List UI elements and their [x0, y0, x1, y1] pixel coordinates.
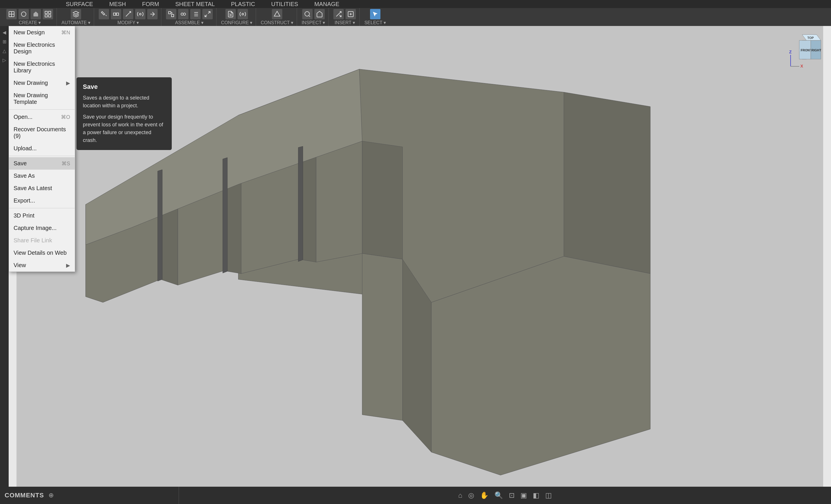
assemble-icon1[interactable]	[166, 9, 176, 19]
menu-item-recover-documents[interactable]: Recover Documents (9)	[9, 123, 75, 142]
select-icon1[interactable]	[370, 9, 380, 19]
save-tooltip: Save Saves a design to a selected locati…	[77, 77, 172, 150]
assemble-icon3[interactable]	[190, 9, 201, 19]
sidebar-icon3[interactable]: △	[1, 47, 8, 54]
select-icons	[370, 9, 380, 19]
construct-label-group[interactable]: CONSTRUCT ▾	[261, 20, 293, 25]
construct-icons	[272, 9, 282, 19]
assemble-icon2[interactable]	[178, 9, 189, 19]
create-icons	[6, 9, 53, 19]
extrude-icon[interactable]	[31, 9, 41, 19]
pattern-icon[interactable]	[43, 9, 53, 19]
svg-point-3	[21, 12, 26, 17]
menu-item-3d-print[interactable]: 3D Print	[9, 209, 75, 222]
svg-point-14	[139, 13, 141, 15]
configure-icon1[interactable]	[225, 9, 236, 19]
modify-icon2[interactable]	[111, 9, 121, 19]
svg-line-13	[126, 11, 131, 17]
select-label[interactable]: SELECT ▾	[364, 20, 385, 25]
tab-mesh[interactable]: MESH	[101, 0, 134, 8]
menu-item-upload[interactable]: Upload...	[9, 142, 75, 155]
menu-item-save[interactable]: Save ⌘S	[9, 157, 75, 170]
tab-plastic[interactable]: PLASTIC	[223, 0, 263, 8]
pan-icon[interactable]: ✋	[479, 490, 490, 501]
insert-group: INSERT ▾	[330, 8, 360, 26]
inspect-icon2[interactable]	[314, 9, 325, 19]
tab-surface[interactable]: SURFACE	[58, 0, 101, 8]
menu-item-open[interactable]: Open... ⌘O	[9, 111, 75, 123]
modify-icon5[interactable]	[147, 9, 157, 19]
menu-item-new-electronics-design[interactable]: New Electronics Design	[9, 39, 75, 58]
view-cube-svg[interactable]: Z X TOP FRONT RIGHT	[788, 32, 825, 69]
create-form-icon[interactable]	[19, 9, 29, 19]
configure-icon2[interactable]	[237, 9, 248, 19]
bottom-toolbar: ⌂ ◎ ✋ 🔍 ⊡ ▣ ◧ ◫	[179, 490, 831, 501]
menu-item-capture-image[interactable]: Capture Image...	[9, 222, 75, 234]
assemble-icon4[interactable]	[202, 9, 213, 19]
tab-manage[interactable]: MANAGE	[306, 0, 347, 8]
automate-icon1[interactable]	[71, 9, 81, 19]
menu-item-new-drawing-template[interactable]: New Drawing Template	[9, 89, 75, 108]
assemble-label[interactable]: ASSEMBLE ▾	[175, 20, 204, 25]
modify-icon3[interactable]	[123, 9, 133, 19]
svg-text:FRONT: FRONT	[801, 49, 812, 52]
home-view-icon[interactable]: ⌂	[457, 490, 463, 501]
svg-rect-8	[45, 15, 47, 17]
tooltip-line2: Save your design frequently to prevent l…	[83, 113, 165, 144]
svg-line-25	[208, 11, 210, 13]
visual-style-icon[interactable]: ◧	[532, 490, 541, 501]
insert-label[interactable]: INSERT ▾	[335, 20, 355, 25]
modify-group: MODIFY ▾	[95, 8, 161, 26]
tooltip-title: Save	[83, 83, 165, 91]
comments-add-icon[interactable]: ⊕	[49, 492, 54, 499]
inspect-icons	[302, 9, 325, 19]
sketch-icon[interactable]	[6, 9, 17, 19]
svg-marker-55	[362, 254, 403, 421]
svg-rect-12	[116, 13, 119, 15]
inspect-label[interactable]: INSPECT ▾	[302, 20, 325, 25]
configure-icons	[225, 9, 248, 19]
tab-form[interactable]: FORM	[134, 0, 167, 8]
svg-marker-51	[157, 170, 162, 281]
inspect-icon1[interactable]	[302, 9, 313, 19]
menu-item-new-electronics-library[interactable]: New Electronics Library	[9, 58, 75, 77]
zoom-icon[interactable]: 🔍	[493, 490, 504, 501]
sidebar-back-icon[interactable]: ◀	[1, 29, 8, 36]
menu-item-share-file-link: Share File Link	[9, 234, 75, 247]
view-cube-container[interactable]: Z X TOP FRONT RIGHT	[788, 32, 825, 69]
modify-icon4[interactable]	[135, 9, 145, 19]
environment-icon[interactable]: ◫	[544, 490, 553, 501]
svg-point-29	[242, 13, 243, 15]
menu-item-export[interactable]: Export...	[9, 195, 75, 207]
menu-item-new-drawing[interactable]: New Drawing ▶	[9, 77, 75, 89]
svg-text:RIGHT: RIGHT	[811, 49, 822, 52]
toolbar: SURFACE MESH FORM SHEET METAL PLASTIC UT…	[0, 0, 831, 26]
tab-sheet-metal[interactable]: SHEET METAL	[167, 0, 223, 8]
menu-separator-1	[9, 109, 75, 110]
create-label[interactable]: CREATE ▾	[19, 20, 41, 25]
insert-icon2[interactable]	[345, 9, 356, 19]
configure-label[interactable]: CONFIGURE ▾	[221, 20, 252, 25]
assemble-icons	[166, 9, 213, 19]
tab-utilities[interactable]: UTILITIES	[263, 0, 306, 8]
modify-label[interactable]: MODIFY ▾	[117, 20, 139, 25]
menu-item-save-as-latest[interactable]: Save As Latest	[9, 182, 75, 195]
display-mode-icon[interactable]: ▣	[519, 490, 528, 501]
svg-point-31	[305, 11, 309, 16]
modify-icons	[99, 9, 157, 19]
automate-label[interactable]: AUTOMATE ▾	[61, 20, 90, 25]
menu-item-save-as[interactable]: Save As	[9, 170, 75, 182]
menu-item-view-details[interactable]: View Details on Web	[9, 247, 75, 259]
sidebar-expand-icon[interactable]: ⊞	[1, 38, 8, 45]
svg-marker-52	[223, 157, 227, 273]
tooltip-line1: Saves a design to a selected location wi…	[83, 94, 165, 110]
modify-icon1[interactable]	[99, 9, 109, 19]
menu-item-view[interactable]: View ▶	[9, 259, 75, 271]
insert-icon1[interactable]	[334, 9, 344, 19]
construct-icon1[interactable]	[272, 9, 282, 19]
menu-item-new-design[interactable]: New Design ⌘N	[9, 26, 75, 39]
sidebar-icon4[interactable]: ▷	[1, 57, 8, 63]
orbit-icon[interactable]: ◎	[467, 490, 476, 501]
zoom-fit-icon[interactable]: ⊡	[508, 490, 516, 501]
menu-separator-3	[9, 208, 75, 208]
